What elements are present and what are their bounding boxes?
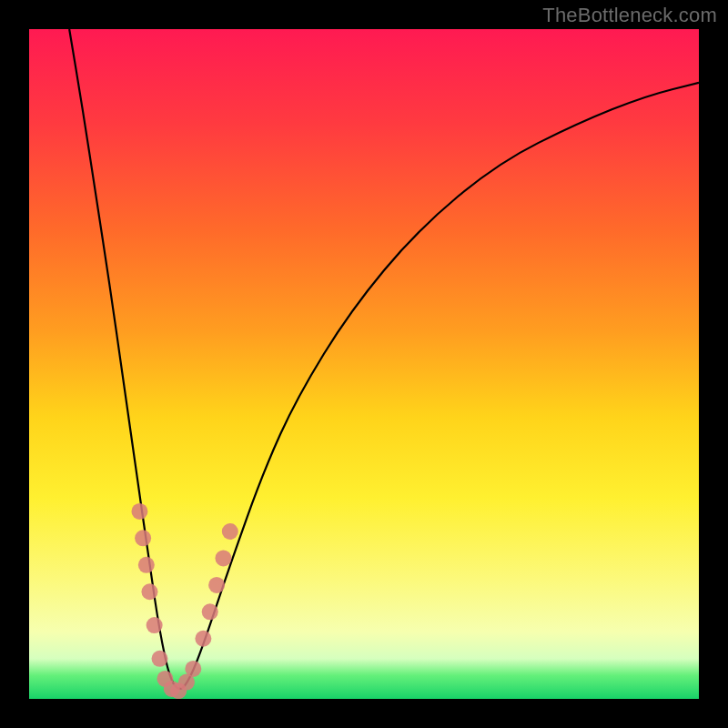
highlight-dots-group bbox=[131, 503, 238, 699]
chart-frame: TheBottleneck.com bbox=[0, 0, 728, 728]
highlight-dot bbox=[131, 503, 147, 520]
highlight-dot bbox=[147, 617, 163, 633]
highlight-dot bbox=[208, 577, 225, 593]
highlight-dot bbox=[202, 603, 218, 620]
highlight-dot bbox=[215, 550, 231, 566]
highlight-dot bbox=[222, 523, 238, 540]
highlight-dot bbox=[185, 661, 201, 677]
highlight-dot bbox=[152, 651, 168, 667]
bottleneck-curve bbox=[69, 29, 699, 689]
highlight-dot bbox=[138, 557, 155, 573]
watermark-text: TheBottleneck.com bbox=[542, 4, 717, 27]
highlight-dot bbox=[195, 631, 211, 647]
bottleneck-curve-path bbox=[69, 29, 699, 689]
curve-layer bbox=[29, 29, 699, 699]
highlight-dot bbox=[135, 530, 151, 546]
plot-area bbox=[29, 29, 699, 699]
highlight-dot bbox=[141, 583, 157, 600]
